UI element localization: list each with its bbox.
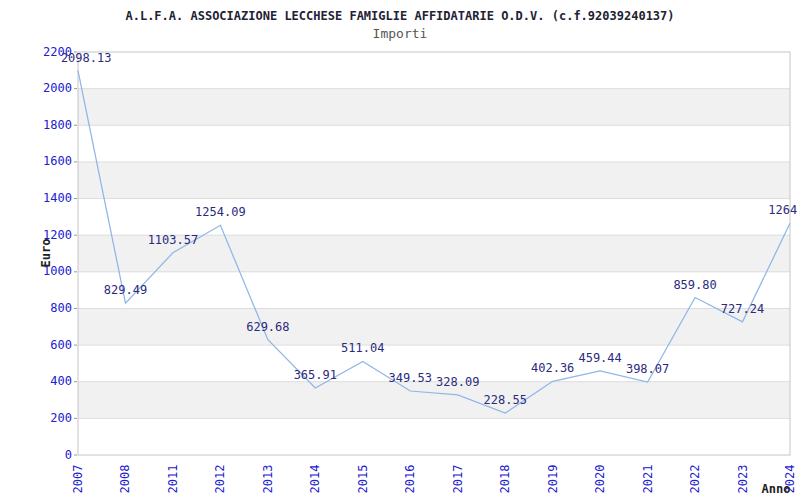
data-point-label: 1264.6 bbox=[768, 204, 800, 217]
x-tick-label: 2008 bbox=[118, 465, 132, 494]
data-point-label: 398.07 bbox=[626, 363, 669, 376]
x-tick-label: 2014 bbox=[308, 465, 322, 494]
data-point-label: 328.09 bbox=[436, 376, 479, 389]
y-tick-label: 600 bbox=[22, 338, 72, 353]
x-tick-label: 2019 bbox=[546, 465, 560, 494]
x-tick-label: 2020 bbox=[593, 465, 607, 494]
data-point-label: 402.36 bbox=[531, 362, 574, 375]
x-tick-label: 2023 bbox=[736, 465, 750, 494]
x-tick-label: 2016 bbox=[403, 465, 417, 494]
y-tick-label: 200 bbox=[22, 411, 72, 426]
x-tick-label: 2018 bbox=[498, 465, 512, 494]
x-tick-label: 2017 bbox=[451, 465, 465, 494]
data-point-label: 365.91 bbox=[294, 369, 337, 382]
y-tick-label: 400 bbox=[22, 374, 72, 389]
data-point-label: 349.53 bbox=[389, 372, 432, 385]
y-axis-title: Euro bbox=[39, 239, 53, 268]
plot-area bbox=[0, 0, 800, 500]
x-axis-title: Anno bbox=[762, 482, 791, 496]
y-tick-label: 1600 bbox=[22, 154, 72, 169]
data-point-label: 629.68 bbox=[246, 321, 289, 334]
y-tick-label: 1800 bbox=[22, 118, 72, 133]
x-tick-label: 2021 bbox=[641, 465, 655, 494]
band bbox=[78, 89, 790, 126]
band bbox=[78, 308, 790, 345]
data-point-label: 727.24 bbox=[721, 303, 764, 316]
band bbox=[78, 162, 790, 199]
x-tick-label: 2011 bbox=[166, 465, 180, 494]
data-point-label: 511.04 bbox=[341, 342, 384, 355]
y-tick-label: 800 bbox=[22, 301, 72, 316]
data-point-label: 829.49 bbox=[104, 284, 147, 297]
x-tick-label: 2013 bbox=[261, 465, 275, 494]
importi-line-chart: A.L.F.A. ASSOCIAZIONE LECCHESE FAMIGLIE … bbox=[0, 0, 800, 500]
data-point-label: 228.55 bbox=[484, 394, 527, 407]
data-point-label: 459.44 bbox=[578, 352, 621, 365]
y-tick-label: 1400 bbox=[22, 191, 72, 206]
x-tick-label: 2022 bbox=[688, 465, 702, 494]
data-point-label: 859.80 bbox=[673, 279, 716, 292]
x-tick-label: 2007 bbox=[71, 465, 85, 494]
y-tick-label: 0 bbox=[22, 448, 72, 463]
data-point-label: 2098.13 bbox=[61, 52, 112, 65]
x-tick-label: 2012 bbox=[213, 465, 227, 494]
data-point-label: 1103.57 bbox=[148, 234, 199, 247]
x-tick-label: 2015 bbox=[356, 465, 370, 494]
band bbox=[78, 382, 790, 419]
data-point-label: 1254.09 bbox=[195, 206, 246, 219]
y-tick-label: 2000 bbox=[22, 81, 72, 96]
